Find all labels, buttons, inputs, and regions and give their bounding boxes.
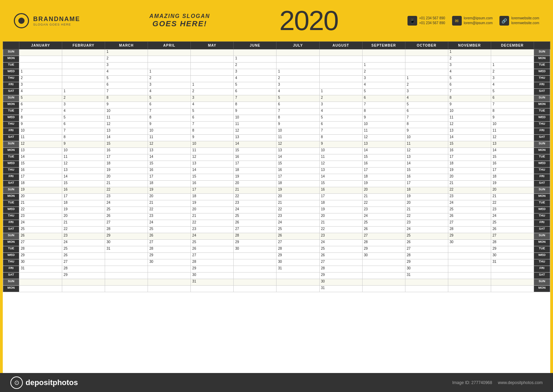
day-label-left-10: WED bbox=[3, 115, 19, 122]
day-label-left-30: TUE bbox=[3, 246, 19, 253]
cell-row31-month7: 26 bbox=[319, 253, 362, 259]
cell-row19-month8: 18 bbox=[362, 174, 405, 181]
cell-row21-month8: 20 bbox=[362, 187, 405, 194]
cell-row35-month10 bbox=[448, 279, 491, 286]
day-label-right-29: MON bbox=[534, 240, 550, 246]
day-label-left-29: MON bbox=[3, 240, 19, 246]
cell-row5-month4: 1 bbox=[191, 82, 234, 89]
cell-row8-month5: 8 bbox=[234, 102, 276, 108]
cell-row17-month2: 18 bbox=[105, 161, 148, 168]
cell-row8-month10: 9 bbox=[448, 102, 491, 108]
day-label-right-11: THU bbox=[534, 122, 550, 128]
cell-row12-month1: 7 bbox=[62, 128, 105, 135]
cell-row35-month6 bbox=[276, 279, 319, 286]
cell-row18-month1: 13 bbox=[62, 168, 105, 174]
cell-row6-month11: 5 bbox=[491, 89, 534, 95]
cell-row23-month10: 24 bbox=[448, 200, 491, 207]
cell-row28-month6: 26 bbox=[276, 233, 319, 240]
cell-row36-month1 bbox=[62, 286, 105, 292]
cell-row0-month10: 1 bbox=[448, 49, 491, 56]
contact-phone: 📱 +01 234 567 890+01 234 567 890 bbox=[407, 16, 445, 26]
cell-row29-month0: 27 bbox=[19, 240, 62, 246]
day-label-left-22: MON bbox=[3, 194, 19, 200]
cell-row21-month10: 22 bbox=[448, 187, 491, 194]
cell-row9-month7: 4 bbox=[319, 108, 362, 115]
col-header-apr: APRIL bbox=[148, 42, 191, 49]
cell-row16-month4: 12 bbox=[191, 154, 234, 161]
cell-row5-month2: 6 bbox=[105, 82, 148, 89]
day-label-left-13: SAT bbox=[3, 135, 19, 141]
cell-row3-month10: 4 bbox=[448, 69, 491, 76]
cell-row4-month11: 3 bbox=[491, 76, 534, 82]
cell-row0-month8 bbox=[362, 49, 405, 56]
cell-row5-month10: 6 bbox=[448, 82, 491, 89]
cell-row29-month11: 28 bbox=[491, 240, 534, 246]
cell-row34-month1: 29 bbox=[62, 273, 105, 279]
cell-row17-month8: 16 bbox=[362, 161, 405, 168]
cell-row11-month0: 9 bbox=[19, 122, 62, 128]
cell-row4-month5: 4 bbox=[234, 76, 276, 82]
cell-row19-month0: 17 bbox=[19, 174, 62, 181]
cell-row25-month11: 24 bbox=[491, 213, 534, 220]
cell-row7-month10: 8 bbox=[448, 95, 491, 102]
cell-row2-month6 bbox=[276, 63, 319, 69]
cell-row23-month6: 21 bbox=[276, 200, 319, 207]
cell-row34-month2 bbox=[105, 273, 148, 279]
cell-row22-month9: 19 bbox=[405, 194, 448, 200]
cell-row33-month10 bbox=[448, 266, 491, 273]
day-label-left-5: FRI bbox=[3, 82, 19, 89]
cell-row16-month7: 11 bbox=[319, 154, 362, 161]
cell-row26-month7: 21 bbox=[319, 220, 362, 227]
cell-row5-month3: 3 bbox=[148, 82, 191, 89]
cell-row16-month8: 15 bbox=[362, 154, 405, 161]
cell-row27-month4: 23 bbox=[191, 227, 234, 233]
cell-row23-month11: 22 bbox=[491, 200, 534, 207]
cell-row29-month9: 26 bbox=[405, 240, 448, 246]
cell-row18-month11: 17 bbox=[491, 168, 534, 174]
day-label-right-35: SUN bbox=[534, 279, 550, 286]
cell-row1-month10: 2 bbox=[448, 56, 491, 63]
cell-row23-month3: 21 bbox=[148, 200, 191, 207]
cell-row9-month11: 8 bbox=[491, 108, 534, 115]
brand-logo bbox=[14, 13, 29, 28]
cell-row20-month2: 21 bbox=[105, 181, 148, 187]
cell-row35-month4: 31 bbox=[191, 279, 234, 286]
cell-row36-month4 bbox=[191, 286, 234, 292]
cell-row13-month3: 11 bbox=[148, 135, 191, 141]
cell-row5-month7 bbox=[319, 82, 362, 89]
cell-row28-month7: 23 bbox=[319, 233, 362, 240]
cell-row31-month8: 30 bbox=[362, 253, 405, 259]
cell-row34-month8 bbox=[362, 273, 405, 279]
cell-row32-month9: 29 bbox=[405, 259, 448, 266]
cell-row30-month9: 27 bbox=[405, 246, 448, 253]
col-header-mar: MARCH bbox=[105, 42, 148, 49]
day-label-right-2: TUE bbox=[534, 63, 550, 69]
header: BRANDNAME SLOGAN GOES HERE AMAZING SLOGA… bbox=[0, 0, 553, 41]
cell-row30-month7: 25 bbox=[319, 246, 362, 253]
day-label-right-10: WED bbox=[534, 115, 550, 122]
cell-row27-month9: 24 bbox=[405, 227, 448, 233]
cell-row13-month11: 12 bbox=[491, 135, 534, 141]
cell-row16-month2: 17 bbox=[105, 154, 148, 161]
cell-row15-month3: 13 bbox=[148, 148, 191, 154]
cell-row12-month9: 9 bbox=[405, 128, 448, 135]
day-label-left-17: WED bbox=[3, 161, 19, 168]
cell-row18-month7: 13 bbox=[319, 168, 362, 174]
day-label-right-25: THU bbox=[534, 213, 550, 220]
cell-row0-month1 bbox=[62, 49, 105, 56]
cell-row35-month11 bbox=[491, 279, 534, 286]
cell-row17-month7: 12 bbox=[319, 161, 362, 168]
cell-row3-month4 bbox=[191, 69, 234, 76]
cell-row6-month1: 1 bbox=[62, 89, 105, 95]
cell-row28-month2: 29 bbox=[105, 233, 148, 240]
cell-row6-month3: 4 bbox=[148, 89, 191, 95]
cell-row26-month1: 21 bbox=[62, 220, 105, 227]
cell-row32-month5 bbox=[234, 259, 276, 266]
cell-row34-month0 bbox=[19, 273, 62, 279]
cell-row34-month11 bbox=[491, 273, 534, 279]
cell-row36-month5 bbox=[234, 286, 276, 292]
cell-row16-month6: 14 bbox=[276, 154, 319, 161]
cell-row24-month3: 22 bbox=[148, 207, 191, 213]
cell-row36-month6 bbox=[276, 286, 319, 292]
cell-row19-month4: 15 bbox=[191, 174, 234, 181]
